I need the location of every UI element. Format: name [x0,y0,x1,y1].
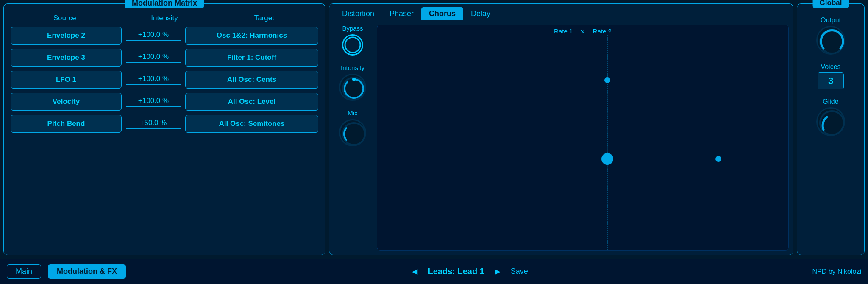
tab-chorus[interactable]: Chorus [421,7,463,20]
next-preset-button[interactable]: ► [493,266,502,277]
mod-row-2: LFO 1 +100.0 % All Osc: Cents [11,71,318,89]
mod-target-2[interactable]: All Osc: Cents [185,71,318,89]
bypass-group: Bypass [334,25,372,56]
fx-tabs: Distortion Phaser Chorus Delay [329,4,793,20]
xy-pad[interactable]: Rate 1 x Rate 2 [377,25,789,251]
mod-source-3[interactable]: Velocity [11,93,122,111]
main-content: Modulation Matrix Source Intensity Targe… [0,0,868,259]
mod-target-1[interactable]: Filter 1: Cutoff [185,49,318,67]
mod-source-1[interactable]: Envelope 3 [11,49,122,67]
mod-row-0: Envelope 2 +100.0 % Osc 1&2: Harmonics [11,27,318,45]
mod-rows: Envelope 2 +100.0 % Osc 1&2: Harmonics E… [11,27,318,133]
credit-text: NPD by Nikolozi [812,268,861,276]
mod-target-0[interactable]: Osc 1&2: Harmonics [185,27,318,45]
global-panel: Global Output Voices 3 Glide [797,3,865,255]
mod-intensity-3[interactable]: +100.0 % [126,97,181,107]
preset-name: Leads: Lead 1 [428,267,484,276]
mix-label: Mix [348,109,357,117]
glide-knob[interactable] [816,107,845,136]
output-label: Output [821,17,841,24]
mod-target-4[interactable]: All Osc: Semitones [185,115,318,133]
col-target: Target [214,14,314,22]
glide-label: Glide [823,98,838,106]
col-source: Source [15,14,114,22]
tab-main[interactable]: Main [7,264,41,279]
fx-panel: Distortion Phaser Chorus Delay Bypass [329,3,793,255]
rate1-label: Rate 1 [554,28,573,35]
mod-row-1: Envelope 3 +100.0 % Filter 1: Cutoff [11,49,318,67]
mod-intensity-4[interactable]: +50.0 % [126,119,181,129]
xy-main-dot[interactable] [601,153,613,165]
col-intensity: Intensity [114,14,214,22]
mix-knob[interactable] [339,119,366,146]
mix-group: Mix [334,109,372,146]
xy-dot-rate1[interactable] [604,77,610,83]
tab-delay[interactable]: Delay [463,7,498,20]
rate-x-label: x [581,28,584,35]
mod-intensity-1[interactable]: +100.0 % [126,53,181,63]
save-button[interactable]: Save [511,267,528,276]
mod-row-3: Velocity +100.0 % All Osc: Level [11,93,318,111]
prev-preset-button[interactable]: ◄ [410,266,420,277]
mod-source-0[interactable]: Envelope 2 [11,27,122,45]
mod-matrix-panel: Modulation Matrix Source Intensity Targe… [3,3,326,255]
voices-value[interactable]: 3 [818,72,844,89]
bottom-center: ◄ Leads: Lead 1 ► Save [133,266,805,277]
output-knob[interactable] [816,26,845,55]
svg-point-2 [352,78,356,81]
voices-label: Voices [821,63,840,71]
bypass-label: Bypass [342,25,363,32]
voices-group: Voices 3 [818,63,844,89]
xy-line-vertical [607,35,608,250]
intensity-knob[interactable] [339,74,366,101]
tab-phaser[interactable]: Phaser [382,7,421,20]
svg-point-0 [345,37,360,53]
global-title: Global [813,0,849,8]
rate2-label: Rate 2 [593,28,612,35]
mod-target-3[interactable]: All Osc: Level [185,93,318,111]
mod-source-2[interactable]: LFO 1 [11,71,122,89]
bottom-bar: Main Modulation & FX ◄ Leads: Lead 1 ► S… [0,259,868,284]
mod-header-row: Source Intensity Target [11,14,318,22]
mod-row-4: Pitch Bend +50.0 % All Osc: Semitones [11,115,318,133]
intensity-label: Intensity [341,64,364,71]
mod-intensity-2[interactable]: +100.0 % [126,75,181,85]
mod-intensity-0[interactable]: +100.0 % [126,31,181,41]
output-group: Output [816,17,845,55]
svg-point-3 [343,123,365,145]
mod-matrix-table: Source Intensity Target Envelope 2 +100.… [11,14,318,133]
xy-line-horizontal [377,159,788,159]
fx-controls: Bypass Intensity [334,25,372,251]
xy-pad-header: Rate 1 x Rate 2 [377,25,788,36]
bypass-button[interactable] [342,34,363,56]
mod-matrix-title: Modulation Matrix [125,0,204,8]
fx-body: Bypass Intensity [329,20,793,255]
tab-modulation-fx[interactable]: Modulation & FX [48,264,126,279]
tab-distortion[interactable]: Distortion [334,7,382,20]
glide-group: Glide [816,98,845,136]
intensity-group: Intensity [334,64,372,101]
mod-source-4[interactable]: Pitch Bend [11,115,122,133]
xy-dot-rate2[interactable] [715,156,721,162]
